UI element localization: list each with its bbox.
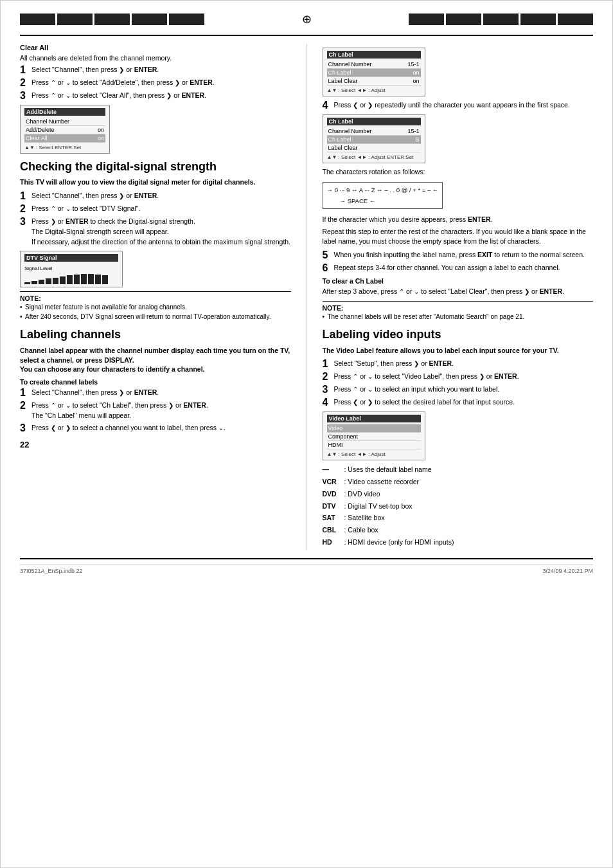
label-key-default: — <box>323 464 341 475</box>
video-step-num-2: 2 <box>323 372 332 382</box>
label-key-dtv: DTV <box>323 501 341 512</box>
checking-signal-subtitle: This TV will allow you to view the digit… <box>20 177 291 187</box>
clear-all-steps: 1 Select "Channel", then press ❯ or ENTE… <box>20 65 291 101</box>
label-item-default: — : Uses the default label name <box>323 464 594 475</box>
video-step-text-2: Press ⌃ or ⌄ to select "Video Label", th… <box>334 372 594 382</box>
step-text-3: Press ⌃ or ⌄ to select "Clear All", then… <box>31 91 291 101</box>
label-desc-dvd: : DVD video <box>344 489 380 500</box>
signal-level-label: Signal Level <box>24 266 118 271</box>
bottom-divider <box>20 558 593 559</box>
labeling-channels-title: Labeling channels <box>20 328 291 342</box>
screen-row-clear: Clear Allon <box>24 134 105 143</box>
clear-ch-label-text: After step 3 above, press ⌃ or ⌄ to sele… <box>323 287 594 297</box>
video-step-num-1: 1 <box>323 359 332 369</box>
ch-label-screen-2-title: Ch Label <box>327 118 421 125</box>
footer-right: 3/24/09 4:20:21 PM <box>542 568 593 574</box>
step-text-2: Press ⌃ or ⌄ to select "Add/Delete", the… <box>31 78 291 88</box>
repeat-instruction: Repeat this step to enter the rest of th… <box>323 227 594 248</box>
video-step-3: 3 Press ⌃ or ⌄ to select an input which … <box>323 384 594 395</box>
labeling-channels-section: Labeling channels Channel label appear w… <box>20 328 291 433</box>
note-title-label: NOTE: <box>323 304 344 312</box>
page-footer: 37I0521A_EnSp.indb 22 3/24/09 4:20:21 PM <box>20 565 593 574</box>
video-step-text-4: Press ❮ or ❯ to select the desired label… <box>334 397 594 408</box>
add-delete-screen-title: Add/Delete <box>24 108 105 116</box>
label-step-num-2: 2 <box>20 401 29 411</box>
label-item-dtv: DTV : Digital TV set-top box <box>323 501 594 512</box>
labeling-video-title: Labeling video inputs <box>323 328 594 342</box>
clear-ch-label-section: To clear a Ch Label After step 3 above, … <box>323 277 594 297</box>
header-block-r3 <box>483 14 519 25</box>
video-step-num-4: 4 <box>323 397 332 408</box>
signal-step-text-3: Press ❯ or ENTER to check the Digital-si… <box>31 217 291 247</box>
header-block-r5 <box>558 14 593 25</box>
signal-step-3: 3 Press ❯ or ENTER to check the Digital-… <box>20 217 291 247</box>
header-right <box>326 14 593 25</box>
create-labels-heading: To create channel labels <box>20 378 291 386</box>
char-rotation-label: The characters rotation as follows: <box>323 167 594 177</box>
signal-step-text-2: Press ⌃ or ⌄ to select "DTV Signal". <box>31 204 291 214</box>
video-screen-nav: ▲▼ : Select ◄► : Adjust <box>327 451 421 457</box>
label-step-text-1: Select "Channel", then press ❯ or ENTER. <box>31 388 291 398</box>
ch-label-screen-1-title: Ch Label <box>327 51 421 59</box>
label-item-cbl: CBL : Cable box <box>323 525 594 536</box>
label-item-sat: SAT : Satellite box <box>323 512 594 523</box>
header-block-r1 <box>409 14 444 25</box>
dtv-signal-screen: DTV Signal Signal Level <box>20 251 123 287</box>
signal-step-2: 2 Press ⌃ or ⌄ to select "DTV Signal". <box>20 204 291 214</box>
note-channel-labels: The channel labels will be reset after "… <box>323 312 594 321</box>
label-step-num-3: 3 <box>20 423 29 433</box>
step-num-1: 1 <box>20 65 29 75</box>
video-step-text-3: Press ⌃ or ⌄ to select an input which yo… <box>334 384 594 395</box>
header-block-4 <box>132 14 167 25</box>
step-num-3: 3 <box>20 91 29 101</box>
ch-screen2-row-label: Ch LabelB <box>327 136 421 144</box>
clear-all-title: Clear All <box>20 44 291 51</box>
label-item-hd: HD : HDMI device (only for HDMI inputs) <box>323 537 594 548</box>
video-labels-list: — : Uses the default label name VCR : Vi… <box>323 464 594 548</box>
video-steps: 1 Select "Setup", then press ❯ or ENTER.… <box>323 359 594 408</box>
bar-6 <box>60 276 66 284</box>
clear-all-step-1: 1 Select "Channel", then press ❯ or ENTE… <box>20 65 291 75</box>
label-desc-vcr: : Video cassette recorder <box>344 476 420 487</box>
bar-8 <box>74 275 80 284</box>
bar-11 <box>95 275 101 284</box>
label-step-2: 2 Press ⌃ or ⌄ to select "Ch Label", the… <box>20 401 291 421</box>
page: ⊕ Clear All All channels are deleted fro… <box>0 0 613 868</box>
bar-3 <box>39 280 44 284</box>
ch-screen1-row-clear: Label Clearon <box>327 77 421 86</box>
step-4-container: 4 Press ❮ or ❯ repeatedly until the char… <box>323 100 594 111</box>
label-desc-default: : Uses the default label name <box>344 464 432 475</box>
step-num-2: 2 <box>20 78 29 88</box>
ch-screen2-row-clear: Label Clear <box>327 144 421 152</box>
char-rotation-line: → 0 ··· 9 ↔ A ··· Z ↔ – . . 0 @ / + * = … <box>327 185 439 195</box>
label-key-hd: HD <box>323 537 341 548</box>
bar-9 <box>81 274 87 284</box>
footer-left: 37I0521A_EnSp.indb 22 <box>20 568 83 574</box>
crosshair-icon: ⊕ <box>302 14 312 25</box>
clear-ch-label-heading: To clear a Ch Label <box>323 277 594 285</box>
ch-label-screen-2: Ch Label Channel Number15-1 Ch LabelB La… <box>323 114 425 163</box>
step-num-5: 5 <box>323 250 332 260</box>
note-signal-2: After 240 seconds, DTV Signal screen wil… <box>20 312 291 321</box>
column-divider <box>306 44 307 550</box>
signal-step-1: 1 Select "Channel", then press ❯ or ENTE… <box>20 191 291 201</box>
left-column: Clear All All channels are deleted from … <box>20 44 291 550</box>
video-screen-row-component: Component <box>327 433 421 441</box>
bar-1 <box>24 282 30 284</box>
label-item-vcr: VCR : Video cassette recorder <box>323 476 594 487</box>
header-center: ⊕ <box>287 14 326 25</box>
ch-screen1-row-label: Ch Labelon <box>327 69 421 77</box>
header-bar: ⊕ <box>20 14 593 25</box>
checking-signal-section: Checking the digital-signal strength Thi… <box>20 160 291 322</box>
header-block-r2 <box>446 14 481 25</box>
label-key-vcr: VCR <box>323 476 341 487</box>
step-text-6: Repeat steps 3-4 for other channel. You … <box>334 263 594 273</box>
header-block-1 <box>20 14 55 25</box>
signal-step-num-2: 2 <box>20 204 29 214</box>
signal-note-box: NOTE: Signal meter feature is not availa… <box>20 291 291 321</box>
video-step-1: 1 Select "Setup", then press ❯ or ENTER. <box>323 359 594 369</box>
space-arrow-line: → SPACE ← <box>327 195 439 206</box>
video-step-text-1: Select "Setup", then press ❯ or ENTER. <box>334 359 594 369</box>
header-left <box>20 14 287 25</box>
content-area: Clear All All channels are deleted from … <box>20 44 593 550</box>
